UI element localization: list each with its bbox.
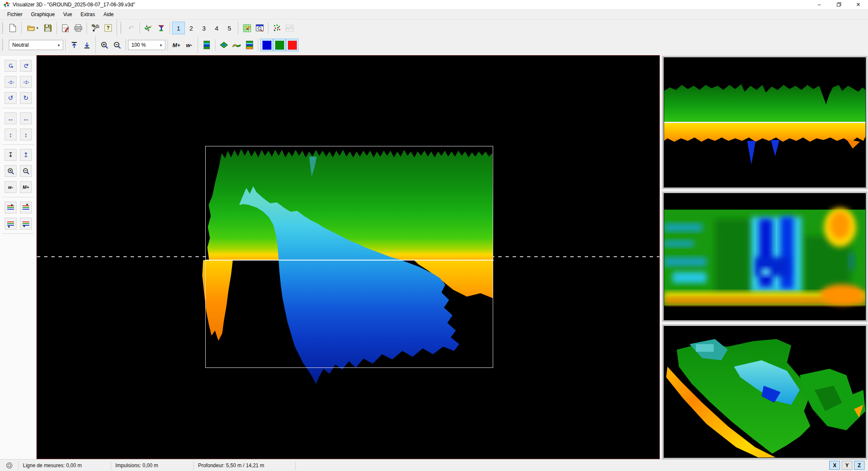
menu-bar: Fichier Graphique Vue Extras Aide	[0, 9, 868, 19]
options-button[interactable]	[89, 22, 102, 34]
top-view-panel[interactable]	[662, 192, 867, 322]
grid-icon	[243, 24, 251, 32]
menu-aide[interactable]: Aide	[100, 10, 117, 19]
signal-increase-side-button[interactable]: M+	[20, 181, 32, 193]
open-dropdown-caret-icon: ▾	[36, 26, 39, 30]
pan-right-button[interactable]: ↔	[20, 112, 32, 124]
move-to-top-button[interactable]: ↥	[20, 149, 32, 161]
print-button[interactable]	[72, 22, 84, 34]
color-red-button[interactable]	[286, 39, 299, 51]
zoom-out-icon	[22, 168, 30, 175]
profile-view-button[interactable]	[230, 39, 243, 51]
vertical-view-button[interactable]	[243, 39, 256, 51]
rotate-ccw-button[interactable]: ↺	[5, 92, 17, 104]
layers-up-icon: ▲	[7, 205, 14, 210]
rotate-up-button[interactable]: ↺	[5, 60, 17, 72]
main-3d-view[interactable]	[36, 55, 660, 459]
view-page-1-button[interactable]: 1	[172, 22, 185, 34]
side-view-icon	[204, 41, 210, 49]
color-blue-button[interactable]	[260, 39, 273, 51]
menu-vue[interactable]: Vue	[59, 10, 76, 19]
rotate-down-button[interactable]: ↻	[20, 60, 32, 72]
layer-shift-up-button[interactable]: ▲	[5, 218, 17, 230]
depth-level-line	[205, 260, 494, 261]
align-top-button[interactable]	[68, 39, 81, 51]
menu-extras[interactable]: Extras	[77, 10, 99, 19]
globe-icon	[6, 462, 13, 469]
layer-raise-button[interactable]: ▲	[5, 202, 17, 213]
layer-shift-down-button[interactable]: ▼	[20, 218, 32, 230]
zoom-out-button[interactable]	[111, 39, 123, 51]
signal-increase-button[interactable]: M+	[170, 39, 183, 51]
position-marker-button[interactable]	[155, 22, 167, 34]
help-button[interactable]: ?	[102, 22, 114, 34]
flip-left-button[interactable]: ◁▷	[5, 76, 17, 88]
signal-minus-icon: w-	[186, 42, 192, 48]
view-page-2-button[interactable]: 2	[185, 22, 198, 34]
undo-button[interactable]: ↶	[125, 22, 137, 34]
save-button[interactable]	[42, 22, 54, 34]
new-file-button[interactable]	[6, 22, 19, 34]
rotate-cw-button[interactable]: ↻	[20, 92, 32, 104]
measure-line-value: 0,00 m	[66, 463, 82, 468]
view-page-3-button[interactable]: 3	[198, 22, 210, 34]
toolbar-gripper[interactable]	[120, 22, 123, 34]
restore-icon	[837, 2, 841, 7]
preview-button[interactable]	[253, 22, 266, 34]
side-panels-column	[660, 55, 868, 459]
axis-y-button[interactable]: Y	[842, 461, 852, 470]
perspective-view-panel[interactable]	[662, 325, 867, 459]
measure-line-marker-button[interactable]	[142, 22, 155, 34]
app-icon	[3, 1, 10, 8]
pan-right-icon: ↔	[23, 115, 29, 122]
report-button[interactable]	[59, 22, 72, 34]
report-icon	[61, 24, 69, 32]
minimize-button[interactable]: –	[809, 0, 829, 9]
zoom-out-side-button[interactable]	[20, 165, 32, 177]
side-view-button[interactable]	[200, 39, 213, 51]
red-square-icon	[288, 41, 297, 50]
zoom-select[interactable]: 100 % ▾	[128, 40, 165, 50]
data-grid-button[interactable]	[240, 22, 253, 34]
zoom-in-side-button[interactable]	[5, 165, 17, 177]
pan-down-button[interactable]: ↕	[20, 129, 32, 140]
mode-select-value: Neutral	[12, 42, 29, 48]
menu-graphique[interactable]: Graphique	[27, 10, 59, 19]
pan-down-icon: ↕	[24, 131, 28, 138]
layers-shift-up-icon: ▲	[7, 221, 14, 226]
signal-decrease-side-button[interactable]: w-	[5, 181, 17, 193]
title-bar: Visualizer 3D - "GROUND_2025-08-07_17-06…	[0, 0, 868, 9]
side-view-panel[interactable]	[662, 56, 867, 189]
curve-icon	[285, 25, 294, 32]
view-page-4-button[interactable]: 4	[210, 22, 223, 34]
zoom-in-button[interactable]	[98, 39, 111, 51]
close-button[interactable]: ×	[848, 0, 868, 9]
toolbar-gripper[interactable]	[2, 22, 5, 34]
status-impulses: Impulsions: 0,00 m	[111, 461, 194, 470]
move-to-bottom-button[interactable]: ↧	[5, 149, 17, 161]
pan-up-button[interactable]: ↕	[5, 129, 17, 140]
view-page-5-button[interactable]: 5	[223, 22, 236, 34]
menu-fichier[interactable]: Fichier	[3, 10, 26, 19]
vertical-view-icon	[246, 41, 253, 49]
color-green-button[interactable]	[273, 39, 286, 51]
layer-lower-button[interactable]: ▼	[20, 202, 32, 213]
signal-decrease-button[interactable]: w-	[183, 39, 195, 51]
printer-icon	[74, 24, 82, 32]
axis-x-button[interactable]: X	[829, 461, 840, 470]
flip-right-button[interactable]: ◁▷	[20, 76, 32, 88]
curve-view-button[interactable]	[283, 22, 296, 34]
scatter-dots-icon	[273, 24, 281, 32]
mode-select[interactable]: Neutral ▾	[9, 40, 63, 50]
pan-left-button[interactable]: ↔	[5, 112, 17, 124]
align-bottom-button[interactable]	[81, 39, 93, 51]
view-3d-button[interactable]	[218, 39, 230, 51]
interpolation-button[interactable]	[271, 22, 283, 34]
axis-z-button[interactable]: Z	[854, 461, 865, 470]
view-3d-icon	[220, 42, 228, 48]
toolbar-gripper[interactable]	[2, 39, 5, 50]
restore-button[interactable]	[829, 0, 848, 9]
open-file-button[interactable]: ▾	[24, 22, 42, 34]
profile-view-icon	[232, 42, 241, 48]
zoom-out-icon	[113, 41, 121, 49]
